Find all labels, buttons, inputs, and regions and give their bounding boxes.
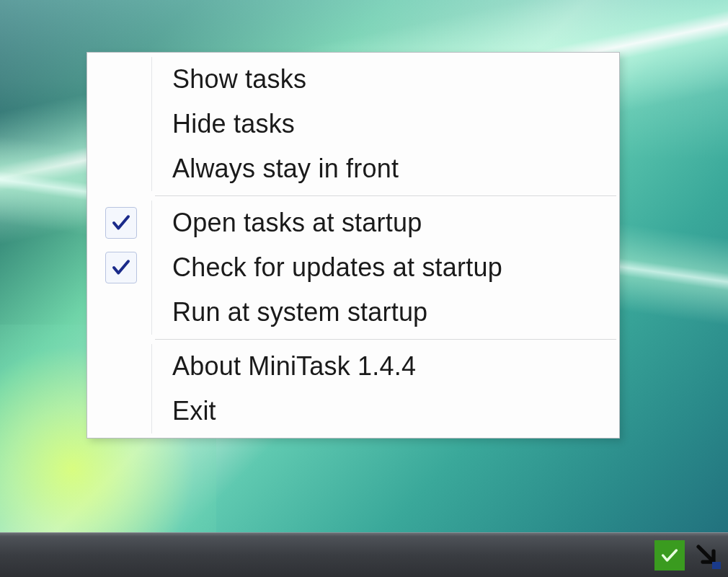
checkmark-icon (105, 207, 137, 239)
menu-icon-gutter (90, 245, 152, 290)
tray-notification-dot (712, 562, 721, 569)
menu-item-about[interactable]: About MiniTask 1.4.4 (90, 344, 616, 389)
menu-label: Hide tasks (152, 109, 295, 139)
tray-icon-arrow[interactable] (692, 540, 722, 571)
context-menu: Show tasks Hide tasks Always stay in fro… (86, 52, 620, 439)
menu-label: Show tasks (152, 64, 306, 94)
menu-icon-gutter (90, 57, 152, 102)
menu-item-open-startup[interactable]: Open tasks at startup (90, 201, 616, 245)
menu-icon-gutter (90, 146, 152, 191)
menu-item-always-front[interactable]: Always stay in front (90, 146, 616, 191)
menu-item-hide-tasks[interactable]: Hide tasks (90, 102, 616, 146)
menu-label: About MiniTask 1.4.4 (152, 351, 416, 382)
menu-item-show-tasks[interactable]: Show tasks (90, 57, 616, 102)
menu-icon-gutter (90, 344, 152, 389)
menu-icon-gutter (90, 389, 152, 433)
taskbar (0, 532, 728, 577)
menu-label: Run at system startup (152, 297, 427, 327)
menu-separator (155, 195, 616, 196)
menu-icon-gutter (90, 201, 152, 245)
menu-item-check-updates[interactable]: Check for updates at startup (90, 245, 616, 290)
tray-icon-checkmark[interactable] (654, 540, 685, 571)
menu-icon-gutter (90, 102, 152, 146)
menu-label: Open tasks at startup (152, 208, 422, 238)
menu-item-exit[interactable]: Exit (90, 389, 616, 433)
menu-label: Check for updates at startup (152, 252, 502, 283)
menu-label: Always stay in front (152, 154, 399, 184)
menu-separator (155, 339, 616, 340)
checkmark-icon (105, 252, 137, 283)
menu-label: Exit (152, 396, 216, 426)
menu-item-run-system[interactable]: Run at system startup (90, 290, 616, 335)
menu-icon-gutter (90, 290, 152, 335)
